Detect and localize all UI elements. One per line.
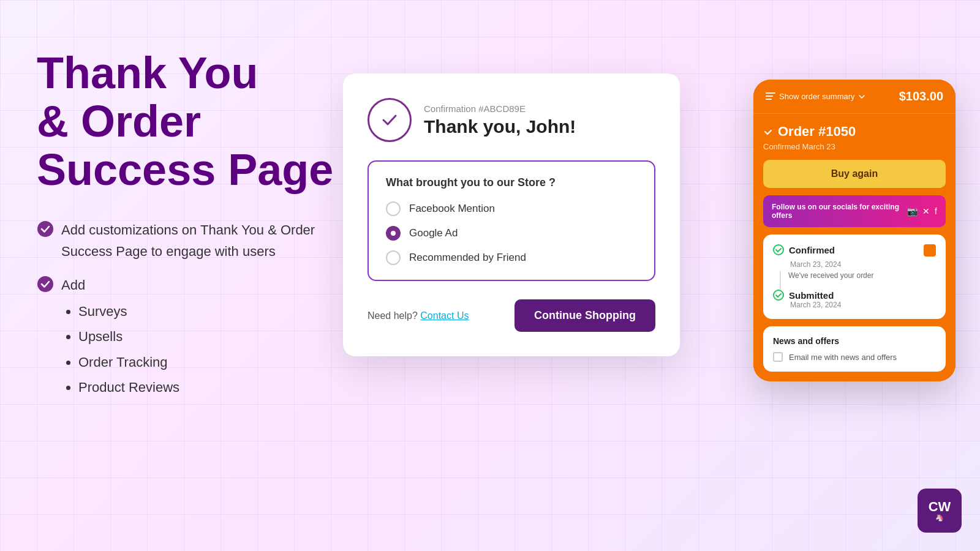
sub-item-surveys: Surveys — [78, 301, 179, 322]
social-icons: 📷 ✕ f — [907, 206, 937, 216]
survey-option-friend[interactable]: Recommended by Friend — [386, 250, 637, 265]
submitted-date: March 23, 2024 — [790, 301, 936, 309]
confirmed-row: Confirmed — [773, 244, 936, 257]
sub-item-product-reviews: Product Reviews — [78, 377, 179, 398]
x-twitter-icon[interactable]: ✕ — [922, 206, 930, 216]
buy-again-button[interactable]: Buy again — [763, 160, 946, 188]
confirm-header: Confirmation #ABCD89E Thank you, John! — [368, 98, 655, 142]
mobile-header: Show order summary $103.00 — [753, 80, 956, 114]
continue-shopping-button[interactable]: Continue Shopping — [514, 299, 655, 332]
sub-list: Surveys Upsells Order Tracking Product R… — [61, 301, 179, 398]
confirmation-number: Confirmation #ABCD89E — [424, 103, 576, 114]
social-banner: Follow us on our socials for exciting of… — [763, 195, 946, 227]
help-text: Need help? Contact Us — [368, 310, 469, 321]
social-text: Follow us on our socials for exciting of… — [772, 203, 907, 220]
news-label: Email me with news and offers — [789, 353, 897, 362]
mobile-body: Order #1050 Confirmed March 23 Buy again… — [753, 114, 956, 381]
news-title: News and offers — [773, 336, 936, 346]
submitted-row: Submitted — [773, 290, 936, 301]
confirm-text-block: Confirmation #ABCD89E Thank you, John! — [424, 103, 576, 137]
sub-item-order-tracking: Order Tracking — [78, 351, 179, 373]
order-title-row: Order #1050 — [763, 114, 946, 142]
survey-question: What brought you to our Store ? — [386, 176, 637, 189]
instagram-icon[interactable]: 📷 — [907, 206, 918, 216]
order-title: Order #1050 — [778, 124, 856, 140]
confirm-card: Confirmation #ABCD89E Thank you, John! W… — [343, 73, 680, 356]
sub-item-upsells: Upsells — [78, 326, 179, 347]
contact-link[interactable]: Contact Us — [420, 310, 469, 321]
svg-rect-3 — [766, 96, 773, 97]
orange-square — [924, 244, 936, 257]
radio-friend[interactable] — [386, 250, 401, 265]
news-section: News and offers Email me with news and o… — [763, 326, 946, 372]
svg-rect-4 — [766, 99, 772, 100]
confirmed-date: March 23, 2024 — [790, 260, 936, 269]
survey-box: What brought you to our Store ? Facebook… — [368, 160, 655, 281]
feature-item-2: Add Surveys Upsells Order Tracking Produ… — [37, 274, 355, 402]
check-icon-2 — [37, 276, 54, 299]
svg-point-1 — [37, 276, 53, 292]
confirmed-label: Confirmed — [773, 244, 835, 255]
order-confirmed-date: Confirmed March 23 — [763, 142, 946, 160]
order-price: $103.00 — [899, 89, 943, 103]
survey-options: Facebook Mention Google Ad Recommended b… — [386, 201, 637, 265]
left-panel: Thank You & Order Success Page Add custo… — [37, 49, 355, 414]
main-title: Thank You & Order Success Page — [37, 49, 355, 195]
feature-item-1: Add customizations on Thank You & Order … — [37, 219, 355, 262]
confirm-circle — [368, 98, 412, 142]
cw-badge: CW 🦄 — [918, 489, 962, 533]
svg-point-6 — [774, 290, 783, 300]
mobile-card: Show order summary $103.00 Order #1050 C… — [753, 80, 956, 381]
facebook-icon[interactable]: f — [935, 206, 937, 216]
order-status-section: Confirmed March 23, 2024 We've received … — [763, 234, 946, 319]
feature-list: Add customizations on Thank You & Order … — [37, 219, 355, 402]
svg-point-5 — [774, 245, 783, 255]
svg-rect-2 — [766, 92, 775, 94]
radio-inner — [391, 231, 396, 236]
news-offers-checkbox[interactable] — [773, 352, 783, 362]
survey-option-google[interactable]: Google Ad — [386, 226, 637, 241]
svg-point-0 — [37, 221, 53, 237]
radio-facebook[interactable] — [386, 201, 401, 216]
news-checkbox-row[interactable]: Email me with news and offers — [773, 352, 936, 362]
received-text: We've received your order — [788, 271, 873, 290]
show-order-summary-button[interactable]: Show order summary — [766, 92, 865, 101]
check-icon-1 — [37, 220, 54, 244]
radio-google[interactable] — [386, 226, 401, 241]
thank-you-name: Thank you, John! — [424, 116, 576, 137]
confirm-footer: Need help? Contact Us Continue Shopping — [368, 299, 655, 332]
cards-area: Confirmation #ABCD89E Thank you, John! W… — [343, 73, 956, 478]
survey-option-facebook[interactable]: Facebook Mention — [386, 201, 637, 216]
